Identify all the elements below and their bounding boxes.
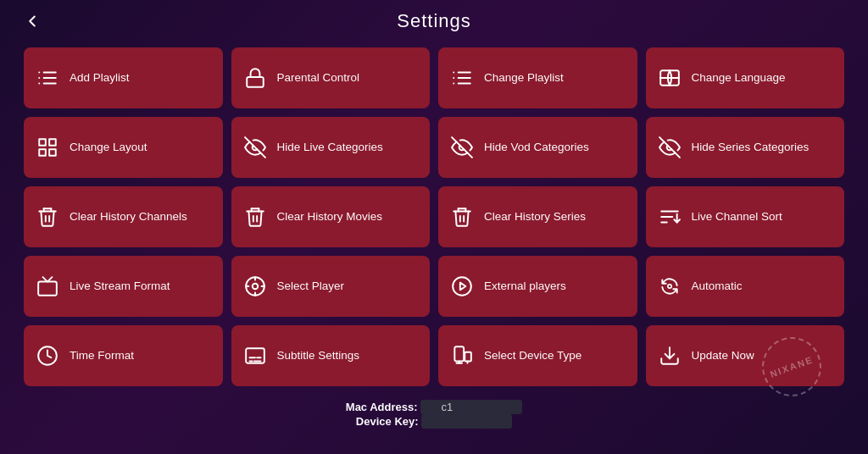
card-change-playlist[interactable]: Change Playlist: [438, 47, 637, 108]
parental-control-icon: [243, 67, 267, 89]
live-channel-sort-label: Live Channel Sort: [692, 209, 782, 224]
time-format-label: Time Format: [70, 348, 134, 363]
card-update-now[interactable]: Update Now: [646, 325, 845, 386]
clear-history-channels-label: Clear History Channels: [70, 209, 187, 224]
external-players-label: External players: [484, 279, 566, 294]
page-title: Settings: [397, 10, 471, 32]
svg-rect-54: [465, 352, 471, 362]
svg-point-44: [667, 285, 670, 288]
card-select-device-type[interactable]: Select Device Type: [438, 325, 637, 386]
hide-live-categories-icon: [243, 136, 267, 158]
card-select-player[interactable]: Select Player: [231, 256, 431, 317]
select-player-label: Select Player: [277, 279, 345, 294]
card-change-layout[interactable]: Change Layout: [24, 117, 223, 178]
change-layout-icon: [36, 136, 59, 158]
card-hide-series-categories[interactable]: Hide Series Categories: [646, 117, 845, 178]
card-change-language[interactable]: Change Language: [646, 47, 845, 108]
svg-point-42: [453, 277, 471, 296]
card-live-channel-sort[interactable]: Live Channel Sort: [646, 186, 845, 247]
clear-history-series-label: Clear History Series: [484, 209, 586, 224]
svg-marker-43: [460, 283, 466, 291]
parental-control-label: Parental Control: [277, 70, 360, 86]
time-format-icon: [36, 345, 59, 367]
key-label: Device Key:: [356, 415, 419, 428]
clear-history-series-icon: [450, 206, 474, 228]
card-subtitle-settings[interactable]: Subtitle Settings: [231, 325, 431, 386]
card-time-format[interactable]: Time Format: [24, 325, 223, 386]
footer: Mac Address: c1 Device Key:: [0, 391, 868, 432]
card-add-playlist[interactable]: Add Playlist: [24, 47, 223, 108]
header: Settings: [0, 0, 868, 42]
live-stream-format-icon: [36, 275, 59, 297]
live-channel-sort-icon: [658, 206, 682, 228]
mac-value: c1: [420, 400, 522, 414]
hide-vod-categories-icon: [450, 136, 474, 158]
add-playlist-label: Add Playlist: [70, 70, 130, 86]
change-language-icon: [658, 67, 682, 89]
add-playlist-icon: [36, 67, 59, 89]
svg-rect-51: [454, 346, 464, 361]
back-button[interactable]: [17, 6, 47, 36]
subtitle-settings-label: Subtitle Settings: [277, 348, 360, 363]
clear-history-channels-icon: [36, 206, 59, 228]
live-stream-format-label: Live Stream Format: [70, 279, 170, 294]
update-now-icon: [658, 345, 682, 367]
settings-grid: Add PlaylistParental ControlChange Playl…: [0, 42, 868, 391]
hide-series-categories-label: Hide Series Categories: [692, 140, 810, 155]
automatic-label: Automatic: [692, 279, 743, 294]
select-player-icon: [243, 275, 267, 297]
card-hide-vod-categories[interactable]: Hide Vod Categories: [438, 117, 637, 178]
hide-series-categories-icon: [658, 136, 682, 158]
card-clear-history-movies[interactable]: Clear History Movies: [231, 186, 431, 247]
key-value: [421, 414, 512, 429]
card-hide-live-categories[interactable]: Hide Live Categories: [231, 117, 431, 178]
svg-rect-16: [49, 139, 56, 146]
mac-label: Mac Address:: [346, 401, 418, 413]
card-live-stream-format[interactable]: Live Stream Format: [24, 256, 223, 317]
change-layout-label: Change Layout: [70, 140, 147, 155]
automatic-icon: [658, 275, 682, 297]
svg-rect-35: [38, 282, 57, 296]
svg-rect-17: [39, 149, 46, 156]
card-automatic[interactable]: Automatic: [646, 256, 845, 317]
svg-rect-15: [39, 139, 46, 146]
clear-history-movies-icon: [243, 206, 267, 228]
hide-vod-categories-label: Hide Vod Categories: [484, 140, 589, 155]
change-playlist-label: Change Playlist: [484, 70, 564, 86]
select-device-type-label: Select Device Type: [484, 348, 581, 363]
card-clear-history-series[interactable]: Clear History Series: [438, 186, 637, 247]
clear-history-movies-label: Clear History Movies: [277, 209, 383, 224]
card-external-players[interactable]: External players: [438, 256, 637, 317]
update-now-label: Update Now: [692, 348, 754, 363]
svg-rect-6: [247, 77, 264, 87]
card-clear-history-channels[interactable]: Clear History Channels: [24, 186, 223, 247]
change-language-label: Change Language: [692, 70, 786, 86]
svg-rect-18: [49, 149, 56, 156]
hide-live-categories-label: Hide Live Categories: [277, 140, 383, 155]
subtitle-settings-icon: [243, 345, 267, 367]
external-players-icon: [450, 275, 474, 297]
select-device-type-icon: [450, 345, 474, 367]
change-playlist-icon: [450, 67, 474, 89]
card-parental-control[interactable]: Parental Control: [231, 47, 431, 108]
svg-point-37: [252, 284, 258, 290]
